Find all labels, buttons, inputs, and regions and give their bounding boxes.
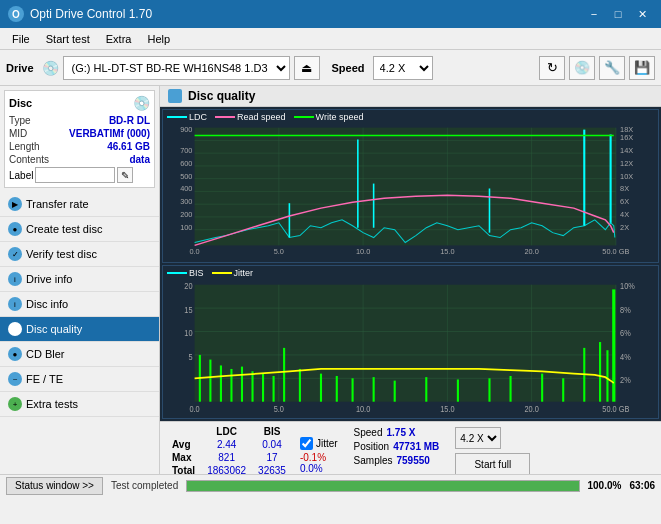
svg-text:300: 300 xyxy=(180,198,192,206)
save-button[interactable]: 💾 xyxy=(629,56,655,80)
disc-panel-title: Disc xyxy=(9,97,32,109)
menu-start-test[interactable]: Start test xyxy=(38,31,98,47)
disc-length-label: Length xyxy=(9,141,40,152)
nav-drive-info[interactable]: i Drive info xyxy=(0,267,159,292)
legend-jitter: Jitter xyxy=(212,268,254,278)
svg-text:4%: 4% xyxy=(620,352,631,361)
refresh-button[interactable]: ↻ xyxy=(539,56,565,80)
disc-type-label: Type xyxy=(9,115,31,126)
svg-text:20.0: 20.0 xyxy=(524,405,539,414)
nav-transfer-rate[interactable]: ▶ Transfer rate xyxy=(0,192,159,217)
drive-select[interactable]: (G:) HL-DT-ST BD-RE WH16NS48 1.D3 xyxy=(63,56,290,80)
svg-text:10.0: 10.0 xyxy=(356,248,370,256)
disc-button[interactable]: 💿 xyxy=(569,56,595,80)
stats-label-total: Total xyxy=(166,464,201,474)
menu-help[interactable]: Help xyxy=(139,31,178,47)
stats-total-bis: 32635 xyxy=(252,464,292,474)
legend-writespeed-color xyxy=(294,116,314,118)
speed-position-section: Speed 1.75 X Position 47731 MB Samples 7… xyxy=(354,427,440,466)
progress-percent: 100.0% xyxy=(588,480,622,491)
svg-text:6X: 6X xyxy=(620,198,629,206)
svg-text:8%: 8% xyxy=(620,306,631,315)
stats-header-bis: BIS xyxy=(252,425,292,438)
nav-label-transfer-rate: Transfer rate xyxy=(26,198,89,210)
svg-text:5: 5 xyxy=(188,352,192,361)
disc-eject-icon[interactable]: 💿 xyxy=(133,95,150,111)
speed-select[interactable]: 4.2 X 2.0 X 1.0 X xyxy=(373,56,433,80)
main-layout: Disc 💿 Type BD-R DL MID VERBATIMf (000) … xyxy=(0,86,661,474)
nav-verify-test-disc[interactable]: ✓ Verify test disc xyxy=(0,242,159,267)
legend-readspeed-label: Read speed xyxy=(237,112,286,122)
nav-label-fe-te: FE / TE xyxy=(26,373,63,385)
svg-text:10.0: 10.0 xyxy=(356,405,371,414)
settings-button[interactable]: 🔧 xyxy=(599,56,625,80)
svg-text:15.0: 15.0 xyxy=(440,248,454,256)
legend-ldc: LDC xyxy=(167,112,207,122)
disc-quality-header: Disc quality xyxy=(160,86,661,107)
nav-extra-tests[interactable]: + Extra tests xyxy=(0,392,159,417)
disc-length-row: Length 46.61 GB xyxy=(9,141,150,152)
chart-bis: BIS Jitter xyxy=(162,265,659,419)
jitter-avg-row: -0.1% xyxy=(300,452,338,463)
menu-extra[interactable]: Extra xyxy=(98,31,140,47)
nav-icon-transfer-rate: ▶ xyxy=(8,197,22,211)
title-controls: − □ ✕ xyxy=(583,5,653,23)
nav-label-drive-info: Drive info xyxy=(26,273,72,285)
legend-jitter-color xyxy=(212,272,232,274)
start-full-button[interactable]: Start full xyxy=(455,453,530,474)
svg-text:50.0 GB: 50.0 GB xyxy=(602,248,629,256)
jitter-checkbox-row: Jitter xyxy=(300,437,338,450)
title-text: Opti Drive Control 1.70 xyxy=(30,7,152,21)
drive-label: Drive xyxy=(6,62,34,74)
stats-speed-select[interactable]: 4.2 X xyxy=(455,427,501,449)
maximize-button[interactable]: □ xyxy=(607,5,629,23)
nav-icon-create-test: ● xyxy=(8,222,22,236)
toolbar: Drive 💿 (G:) HL-DT-ST BD-RE WH16NS48 1.D… xyxy=(0,50,661,86)
progress-bar-container xyxy=(186,480,579,492)
nav-cd-bler[interactable]: ● CD Bler xyxy=(0,342,159,367)
nav-label-cd-bler: CD Bler xyxy=(26,348,65,360)
stats-label-avg: Avg xyxy=(166,438,201,451)
charts-area: LDC Read speed Write speed xyxy=(160,107,661,421)
nav-disc-info[interactable]: i Disc info xyxy=(0,292,159,317)
svg-rect-45 xyxy=(195,285,616,402)
start-buttons: Start full Start part xyxy=(455,453,530,474)
disc-contents-row: Contents data xyxy=(9,154,150,165)
drive-icon: 💿 xyxy=(42,60,59,76)
nav-icon-fe-te: ~ xyxy=(8,372,22,386)
nav-label-create-test: Create test disc xyxy=(26,223,102,235)
chart1-svg: 900 700 600 500 400 300 200 100 18X 16X … xyxy=(163,110,658,262)
jitter-label: Jitter xyxy=(316,438,338,449)
stats-max-ldc: 821 xyxy=(201,451,252,464)
menu-bar: File Start test Extra Help xyxy=(0,28,661,50)
stats-header-ldc: LDC xyxy=(201,425,252,438)
minimize-button[interactable]: − xyxy=(583,5,605,23)
speed-label: Speed xyxy=(332,62,365,74)
nav-disc-quality[interactable]: ★ Disc quality xyxy=(0,317,159,342)
disc-mid-value: VERBATIMf (000) xyxy=(69,128,150,139)
legend-bis-label: BIS xyxy=(189,268,204,278)
eject-button[interactable]: ⏏ xyxy=(294,56,320,80)
progress-bar-fill xyxy=(187,481,578,491)
svg-text:20.0: 20.0 xyxy=(524,248,538,256)
status-window-button[interactable]: Status window >> xyxy=(6,477,103,495)
stats-max-bis: 17 xyxy=(252,451,292,464)
menu-file[interactable]: File xyxy=(4,31,38,47)
app-icon: O xyxy=(8,6,24,22)
speed-label: Speed xyxy=(354,427,383,438)
samples-label: Samples xyxy=(354,455,393,466)
svg-text:900: 900 xyxy=(180,126,192,134)
speed-row: Speed 1.75 X xyxy=(354,427,440,438)
nav-create-test-disc[interactable]: ● Create test disc xyxy=(0,217,159,242)
position-label: Position xyxy=(354,441,390,452)
jitter-checkbox[interactable] xyxy=(300,437,313,450)
content-area: Disc quality LDC Read speed Wr xyxy=(160,86,661,474)
legend-writespeed-label: Write speed xyxy=(316,112,364,122)
nav-fe-te[interactable]: ~ FE / TE xyxy=(0,367,159,392)
disc-label-edit-button[interactable]: ✎ xyxy=(117,167,133,183)
disc-label-input[interactable] xyxy=(35,167,115,183)
svg-text:700: 700 xyxy=(180,147,192,155)
close-button[interactable]: ✕ xyxy=(631,5,653,23)
status-bar: Status window >> Test completed 100.0% 6… xyxy=(0,474,661,496)
sidebar: Disc 💿 Type BD-R DL MID VERBATIMf (000) … xyxy=(0,86,160,474)
